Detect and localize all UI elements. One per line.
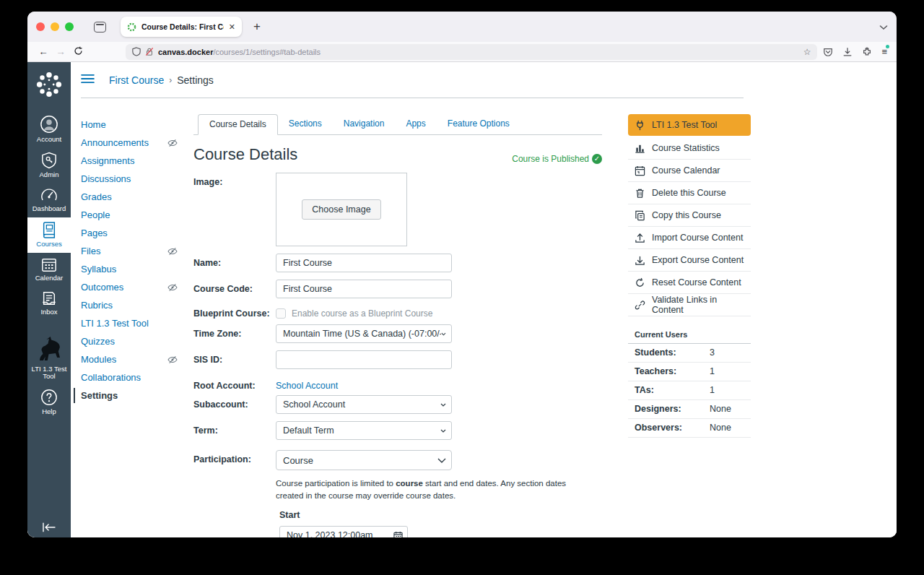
forward-button[interactable]: → <box>52 46 69 57</box>
global-nav: Account Admin Dashboard Courses Calendar <box>27 62 71 537</box>
root-account-link[interactable]: School Account <box>276 376 338 391</box>
sidebar-button-label: Copy this Course <box>652 210 721 220</box>
current-users-section: Current Users Students: 3 Teachers: 1 TA… <box>628 328 751 438</box>
app-menu-icon[interactable]: ≡ <box>881 46 886 57</box>
course-nav-hamburger-icon[interactable] <box>81 74 95 87</box>
insecure-lock-icon[interactable] <box>145 47 154 56</box>
sidebar-item-courses[interactable]: Courses <box>27 217 71 253</box>
sidebar-item-lti-test-tool[interactable]: LTI 1.3 Test Tool <box>27 331 71 386</box>
new-tab-button[interactable]: + <box>253 20 261 34</box>
canvas-favicon-icon <box>127 22 136 32</box>
course-nav-outcomes[interactable]: Outcomes <box>81 278 191 296</box>
name-input[interactable] <box>276 254 452 272</box>
course-nav-announcements[interactable]: Announcements <box>81 134 191 152</box>
zoom-window-button[interactable] <box>65 22 74 31</box>
canvas-logo-icon[interactable] <box>35 71 63 101</box>
course-nav-people[interactable]: People <box>81 206 191 224</box>
sidebar-button-label: Export Course Content <box>652 255 744 265</box>
sidebar-button-course-statistics[interactable]: Course Statistics <box>628 137 751 160</box>
sidebar-item-dashboard[interactable]: Dashboard <box>27 183 71 217</box>
course-nav-files[interactable]: Files <box>81 242 191 260</box>
sidebar-item-help[interactable]: Help <box>27 385 71 420</box>
course-nav-quizzes[interactable]: Quizzes <box>81 332 191 350</box>
collapse-global-nav-icon[interactable] <box>27 522 71 533</box>
sidebar-button-delete-course[interactable]: Delete this Course <box>628 182 751 204</box>
url-bar[interactable]: canvas.docker/courses/1/settings#tab-det… <box>126 44 817 60</box>
course-nav-grades[interactable]: Grades <box>81 188 191 206</box>
pocket-icon[interactable] <box>823 47 833 57</box>
participation-select[interactable]: Course <box>276 450 452 470</box>
course-image-box: Choose Image <box>276 173 407 246</box>
course-nav-syllabus[interactable]: Syllabus <box>81 260 191 278</box>
sidebar-item-calendar[interactable]: Calendar <box>27 253 71 287</box>
browser-window: Course Details: First Course ✕ + ← → can… <box>27 12 897 537</box>
course-code-input[interactable] <box>276 280 452 298</box>
tab-close-icon[interactable]: ✕ <box>229 22 235 32</box>
tab-feature-options[interactable]: Feature Options <box>437 114 520 134</box>
sidebar-item-inbox[interactable]: Inbox <box>27 287 71 321</box>
chevron-down-icon <box>437 458 446 463</box>
current-users-row-teachers: Teachers: 1 <box>628 363 751 381</box>
course-code-row: Course Code: <box>193 280 602 298</box>
course-nav-lti-test-tool[interactable]: LTI 1.3 Test Tool <box>81 314 191 332</box>
term-select[interactable]: Default Term <box>276 421 452 440</box>
sidebar-button-export-content[interactable]: Export Course Content <box>628 249 751 272</box>
time-zone-select[interactable]: Mountain Time (US & Canada) (-07:00/-06:… <box>276 324 452 343</box>
sidebar-item-account[interactable]: Account <box>27 111 71 148</box>
tracking-shield-icon[interactable] <box>132 47 141 56</box>
list-tabs-chevron-icon[interactable] <box>879 20 888 33</box>
tab-navigation[interactable]: Navigation <box>333 114 396 134</box>
name-row: Name: <box>193 254 602 272</box>
browser-toolbar: ← → canvas.docker/courses/1/settings#tab… <box>27 42 897 62</box>
start-date-label: Start <box>279 510 595 520</box>
breadcrumb-separator: › <box>169 75 172 85</box>
sidebar-button-lti-test-tool[interactable]: LTI 1.3 Test Tool <box>628 114 751 136</box>
tab-overview-icon[interactable] <box>94 22 106 33</box>
breadcrumb-course-link[interactable]: First Course <box>109 74 164 86</box>
start-date-input[interactable] <box>279 526 408 538</box>
sidebar-button-course-calendar[interactable]: Course Calendar <box>628 160 751 182</box>
minimize-window-button[interactable] <box>51 22 59 31</box>
sis-id-input[interactable] <box>276 350 452 369</box>
extensions-puzzle-icon[interactable] <box>862 47 872 57</box>
course-settings-page: First Course › Settings Home Announcemen… <box>71 62 897 537</box>
course-nav-settings[interactable]: Settings <box>81 386 191 405</box>
download-icon <box>635 255 645 266</box>
close-window-button[interactable] <box>36 22 45 31</box>
tab-sections[interactable]: Sections <box>278 114 333 134</box>
browser-tab[interactable]: Course Details: First Course ✕ <box>121 17 242 37</box>
calendar-icon[interactable] <box>393 530 403 538</box>
choose-image-button[interactable]: Choose Image <box>302 199 380 220</box>
sidebar-item-admin[interactable]: Admin <box>27 148 71 183</box>
course-nav-home[interactable]: Home <box>81 116 191 134</box>
bar-chart-icon <box>635 143 645 154</box>
page-body: Home Announcements Assignments Discussio… <box>81 98 897 537</box>
published-status: Course is Published ✓ <box>512 154 602 164</box>
tab-apps[interactable]: Apps <box>395 114 436 134</box>
sidebar-button-validate-links[interactable]: Validate Links in Content <box>628 294 751 316</box>
course-nav-rubrics[interactable]: Rubrics <box>81 296 191 314</box>
back-button[interactable]: ← <box>35 46 52 57</box>
course-nav-assignments[interactable]: Assignments <box>81 152 191 170</box>
blueprint-checkbox[interactable] <box>276 308 286 319</box>
hidden-eye-icon <box>167 139 178 147</box>
sidebar-button-copy-course[interactable]: Copy this Course <box>628 204 751 227</box>
image-label: Image: <box>193 173 276 246</box>
sidebar-button-reset-content[interactable]: Reset Course Content <box>628 272 751 294</box>
participation-label: Participation: <box>193 450 276 537</box>
course-nav-collaborations[interactable]: Collaborations <box>81 368 191 386</box>
start-date-field <box>279 526 408 538</box>
sidebar-button-import-content[interactable]: Import Course Content <box>628 227 751 249</box>
subaccount-label: Subaccount: <box>193 395 276 414</box>
subaccount-select[interactable]: School Account <box>276 395 452 414</box>
tab-course-details[interactable]: Course Details <box>198 114 278 135</box>
heading-row: Course Details Course is Published ✓ <box>193 145 602 164</box>
help-icon <box>40 389 58 406</box>
course-nav-modules[interactable]: Modules <box>81 350 191 368</box>
course-nav: Home Announcements Assignments Discussio… <box>81 114 191 537</box>
reload-button[interactable] <box>69 46 87 58</box>
course-nav-pages[interactable]: Pages <box>81 224 191 242</box>
bookmark-star-icon[interactable]: ☆ <box>803 47 811 57</box>
downloads-icon[interactable] <box>842 47 853 57</box>
course-nav-discussions[interactable]: Discussions <box>81 170 191 188</box>
